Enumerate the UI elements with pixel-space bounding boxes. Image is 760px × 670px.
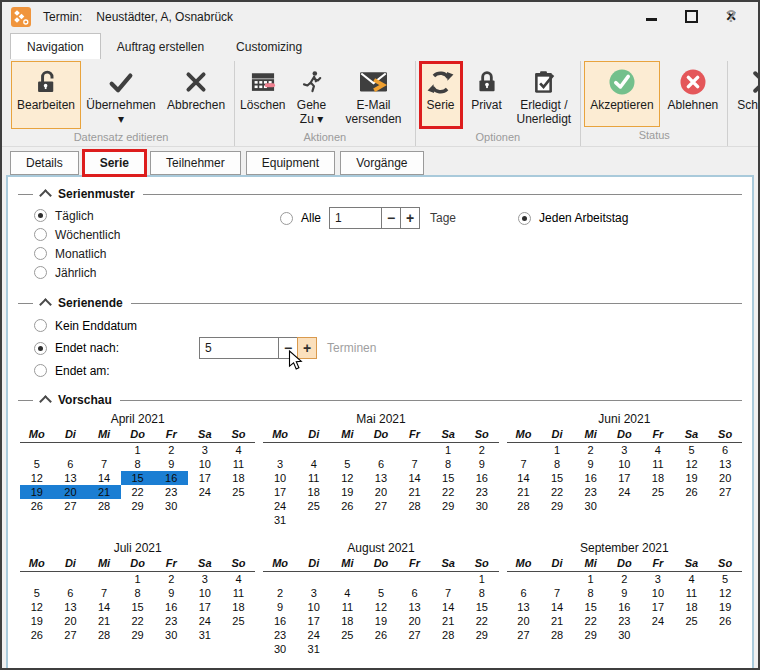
day-cell[interactable]: 2 [607, 572, 641, 587]
tab-equipment[interactable]: Equipment [246, 151, 335, 175]
day-cell[interactable]: 27 [54, 628, 88, 642]
day-cell[interactable]: 4 [222, 443, 256, 458]
day-cell[interactable]: 24 [607, 485, 641, 499]
day-cell[interactable]: 21 [507, 485, 541, 499]
day-cell[interactable]: 29 [574, 628, 608, 642]
day-cell[interactable]: 29 [540, 499, 574, 513]
day-cell[interactable]: 30 [263, 642, 297, 656]
day-cell[interactable]: 10 [188, 586, 222, 600]
day-cell[interactable]: 21 [431, 614, 465, 628]
day-cell[interactable]: 24 [263, 499, 297, 513]
loeschen-button[interactable]: Löschen [238, 61, 287, 129]
day-cell[interactable]: 7 [507, 457, 541, 471]
akzeptieren-button[interactable]: Akzeptieren [584, 61, 659, 127]
ribbon-tab-navigation[interactable]: Navigation [10, 33, 101, 59]
day-cell[interactable]: 13 [364, 471, 398, 485]
maximize-button[interactable] [684, 10, 698, 22]
day-cell[interactable]: 18 [675, 600, 709, 614]
day-cell[interactable]: 19 [20, 485, 54, 499]
day-cell[interactable]: 20 [507, 614, 541, 628]
day-cell[interactable]: 25 [222, 485, 256, 499]
day-cell[interactable]: 26 [675, 485, 709, 499]
day-cell[interactable]: 17 [188, 471, 222, 485]
tab-vorgaenge[interactable]: Vorgänge [340, 151, 423, 175]
day-cell[interactable]: 17 [263, 485, 297, 499]
day-cell[interactable]: 29 [121, 499, 155, 513]
day-cell[interactable]: 1 [121, 572, 155, 587]
email-versenden-button[interactable]: E-Mail versenden [336, 61, 412, 129]
day-cell[interactable]: 26 [708, 614, 742, 628]
erledigt-unerledigt-button[interactable]: Erledigt / Unerledigt [511, 61, 578, 129]
day-cell[interactable]: 6 [507, 586, 541, 600]
day-cell[interactable]: 28 [398, 499, 432, 513]
day-cell[interactable]: 2 [154, 572, 188, 587]
day-cell[interactable]: 7 [87, 457, 121, 471]
count-input[interactable] [199, 337, 279, 359]
day-cell[interactable]: 22 [431, 485, 465, 499]
day-cell[interactable]: 16 [154, 471, 188, 485]
day-cell[interactable]: 23 [607, 614, 641, 628]
collapse-caret-icon[interactable] [39, 298, 52, 311]
day-cell[interactable]: 13 [54, 600, 88, 614]
bearbeiten-button[interactable]: Bearbeiten [11, 61, 81, 129]
day-cell[interactable]: 21 [87, 485, 121, 499]
day-cell[interactable]: 28 [431, 628, 465, 642]
day-cell[interactable]: 9 [263, 600, 297, 614]
day-cell[interactable]: 19 [331, 485, 365, 499]
day-cell[interactable]: 22 [574, 614, 608, 628]
day-cell[interactable]: 4 [675, 572, 709, 587]
day-cell[interactable]: 8 [540, 457, 574, 471]
day-cell[interactable]: 24 [641, 614, 675, 628]
day-cell[interactable]: 26 [331, 499, 365, 513]
day-cell[interactable]: 10 [188, 457, 222, 471]
day-cell[interactable]: 25 [331, 628, 365, 642]
day-cell[interactable]: 30 [607, 628, 641, 642]
day-cell[interactable]: 13 [507, 600, 541, 614]
tab-details[interactable]: Details [10, 151, 79, 175]
day-cell[interactable]: 22 [121, 614, 155, 628]
radio-kein-enddatum[interactable] [34, 319, 47, 332]
day-cell[interactable]: 8 [465, 586, 499, 600]
day-cell[interactable]: 22 [465, 614, 499, 628]
day-cell[interactable]: 27 [54, 499, 88, 513]
count-increment-button[interactable]: + [297, 337, 317, 359]
day-cell[interactable]: 24 [188, 485, 222, 499]
day-cell[interactable]: 30 [154, 499, 188, 513]
day-cell[interactable]: 6 [54, 586, 88, 600]
gehe-zu-button[interactable]: Gehe Zu ▾ [290, 61, 334, 129]
day-cell[interactable]: 31 [263, 513, 297, 527]
day-cell[interactable]: 16 [263, 614, 297, 628]
day-cell[interactable]: 10 [641, 586, 675, 600]
day-cell[interactable]: 14 [431, 600, 465, 614]
day-cell[interactable]: 4 [641, 443, 675, 458]
day-cell[interactable]: 28 [507, 499, 541, 513]
day-cell[interactable]: 27 [364, 499, 398, 513]
day-cell[interactable]: 27 [507, 628, 541, 642]
day-cell[interactable]: 18 [297, 485, 331, 499]
day-cell[interactable]: 23 [465, 485, 499, 499]
day-cell[interactable]: 15 [121, 600, 155, 614]
tab-teilnehmer[interactable]: Teilnehmer [150, 151, 241, 175]
day-cell[interactable]: 30 [154, 628, 188, 642]
collapse-caret-icon[interactable] [39, 395, 52, 408]
help-icon[interactable]: ? [726, 8, 736, 26]
day-cell[interactable]: 18 [222, 471, 256, 485]
day-cell[interactable]: 5 [20, 457, 54, 471]
day-cell[interactable]: 3 [607, 443, 641, 458]
day-cell[interactable]: 5 [20, 586, 54, 600]
day-cell[interactable]: 12 [20, 600, 54, 614]
day-cell[interactable]: 4 [222, 572, 256, 587]
day-cell[interactable]: 13 [398, 600, 432, 614]
interval-increment-button[interactable]: + [400, 207, 420, 229]
day-cell[interactable]: 15 [574, 600, 608, 614]
day-cell[interactable]: 4 [331, 586, 365, 600]
day-cell[interactable]: 13 [54, 471, 88, 485]
ablehnen-button[interactable]: Ablehnen [662, 61, 725, 127]
day-cell[interactable]: 29 [121, 628, 155, 642]
day-cell[interactable]: 26 [20, 628, 54, 642]
ribbon-tab-customizing[interactable]: Customizing [220, 34, 318, 59]
day-cell[interactable]: 1 [540, 443, 574, 458]
day-cell[interactable]: 24 [297, 628, 331, 642]
day-cell[interactable]: 12 [675, 457, 709, 471]
day-cell[interactable]: 7 [398, 457, 432, 471]
